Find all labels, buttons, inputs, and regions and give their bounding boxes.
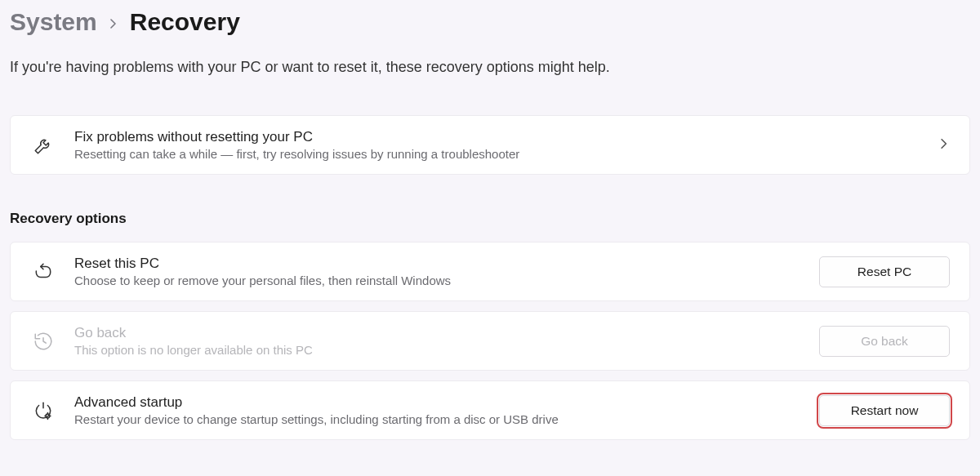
reset-pc-sub: Choose to keep or remove your personal f… xyxy=(74,274,801,287)
reset-icon xyxy=(30,261,56,282)
fix-problems-sub: Resetting can take a while — first, try … xyxy=(74,147,920,161)
breadcrumb: System Recovery xyxy=(10,8,970,36)
recovery-options-heading: Recovery options xyxy=(10,211,970,227)
power-gear-icon xyxy=(30,400,56,421)
restart-now-button[interactable]: Restart now xyxy=(819,395,950,426)
go-back-button: Go back xyxy=(819,326,950,357)
go-back-sub: This option is no longer available on th… xyxy=(74,343,801,357)
go-back-title: Go back xyxy=(74,325,801,341)
chevron-right-icon xyxy=(109,16,118,33)
wrench-icon xyxy=(30,135,56,156)
fix-problems-card[interactable]: Fix problems without resetting your PC R… xyxy=(10,115,970,175)
go-back-card: Go back This option is no longer availab… xyxy=(10,311,970,371)
reset-pc-button[interactable]: Reset PC xyxy=(819,256,950,287)
reset-pc-card: Reset this PC Choose to keep or remove y… xyxy=(10,242,970,301)
advanced-startup-sub: Restart your device to change startup se… xyxy=(74,412,801,426)
advanced-startup-card: Advanced startup Restart your device to … xyxy=(10,380,970,440)
breadcrumb-parent[interactable]: System xyxy=(10,8,97,36)
history-icon xyxy=(30,331,56,352)
breadcrumb-current: Recovery xyxy=(130,8,240,36)
reset-pc-title: Reset this PC xyxy=(74,256,801,272)
fix-problems-title: Fix problems without resetting your PC xyxy=(74,129,920,145)
advanced-startup-title: Advanced startup xyxy=(74,394,801,411)
intro-text: If you're having problems with your PC o… xyxy=(10,59,970,76)
chevron-right-icon xyxy=(938,138,950,153)
